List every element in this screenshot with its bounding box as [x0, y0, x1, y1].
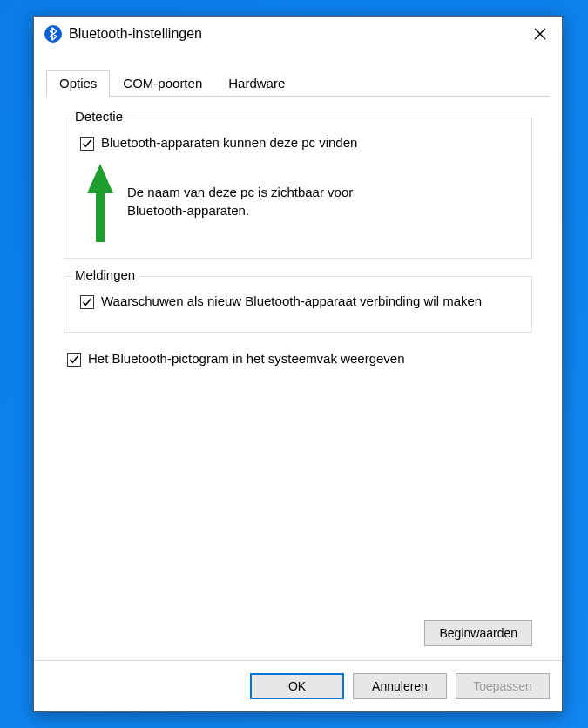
dialog-footer: OK Annuleren Toepassen [34, 660, 562, 711]
bluetooth-icon [44, 25, 62, 43]
close-button[interactable] [520, 17, 560, 51]
checkbox-tray-icon-label: Het Bluetooth-pictogram in het systeemva… [88, 350, 405, 367]
checkbox-tray-icon[interactable] [67, 353, 81, 367]
close-icon [534, 28, 546, 40]
ok-button[interactable]: OK [250, 673, 344, 699]
group-detection: Detectie Bluetooth-apparaten kunnen deze… [64, 118, 532, 259]
checkrow-notify: Waarschuwen als nieuw Bluetooth-apparaat… [80, 293, 516, 310]
group-notifications: Meldingen Waarschuwen als nieuw Bluetoot… [64, 276, 532, 332]
check-icon [82, 138, 92, 149]
arrow-up-icon [85, 164, 115, 242]
tab-options[interactable]: Opties [46, 70, 110, 97]
checkrow-tray-icon: Het Bluetooth-pictogram in het systeemva… [67, 350, 532, 367]
check-icon [82, 297, 92, 307]
tabstrip: Opties COM-poorten Hardware [46, 67, 550, 97]
spacer [64, 373, 532, 620]
checkrow-discoverable: Bluetooth-apparaten kunnen deze pc vinde… [80, 134, 516, 152]
annotation-arrow [84, 164, 117, 242]
checkbox-discoverable-label: Bluetooth-apparaten kunnen deze pc vinde… [101, 134, 357, 152]
detection-description-block: De naam van deze pc is zichtbaar voor Bl… [80, 164, 516, 242]
bluetooth-settings-window: Bluetooth-instellingen Opties COM-poorte… [33, 16, 563, 712]
window-title: Bluetooth-instellingen [69, 26, 520, 42]
checkbox-notify[interactable] [80, 295, 94, 309]
titlebar: Bluetooth-instellingen [34, 17, 562, 51]
defaults-button[interactable]: Beginwaarden [424, 620, 532, 646]
checkbox-discoverable[interactable] [80, 137, 94, 151]
group-notifications-legend: Meldingen [71, 267, 139, 282]
tab-hardware[interactable]: Hardware [215, 70, 298, 97]
checkbox-notify-label: Waarschuwen als nieuw Bluetooth-apparaat… [101, 293, 482, 310]
group-detection-legend: Detectie [71, 109, 126, 124]
tab-body-options: Detectie Bluetooth-apparaten kunnen deze… [46, 97, 550, 660]
client-area: Opties COM-poorten Hardware Detectie Blu… [34, 51, 562, 711]
svg-marker-3 [87, 164, 113, 242]
cancel-button[interactable]: Annuleren [353, 673, 447, 699]
check-icon [69, 354, 79, 365]
apply-button[interactable]: Toepassen [456, 673, 550, 699]
tab-com-ports[interactable]: COM-poorten [110, 70, 215, 97]
defaults-row: Beginwaarden [64, 620, 532, 651]
detection-description: De naam van deze pc is zichtbaar voor Bl… [127, 164, 389, 242]
